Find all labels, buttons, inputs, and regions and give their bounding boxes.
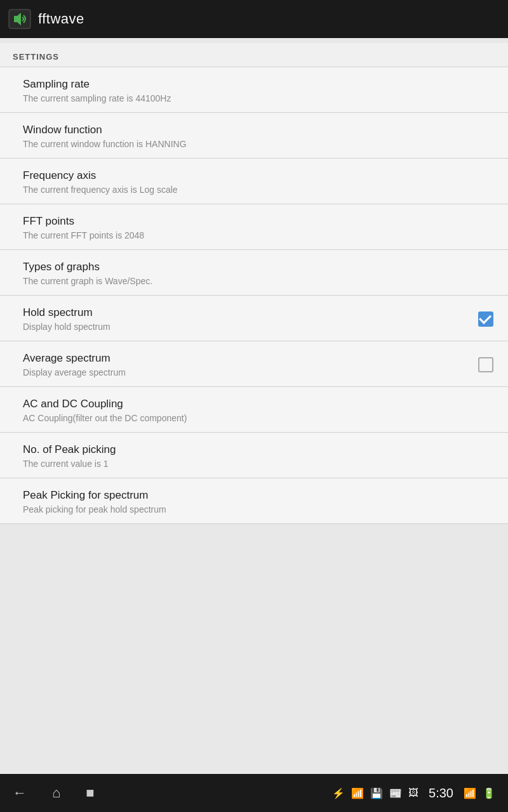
setting-subtitle-sampling-rate: The current sampling rate is 44100Hz [23,93,495,103]
news-icon: 📰 [389,787,402,799]
settings-section: SETTINGS Sampling rateThe current sampli… [0,43,508,524]
wifi-icon: 📶 [464,787,476,799]
checkbox-checked-icon [478,311,493,327]
settings-header: SETTINGS [0,43,508,67]
image-icon: 🖼 [408,787,418,799]
setting-title-window-function: Window function [23,124,495,136]
nav-left: ← ⌂ ■ [13,785,95,801]
setting-subtitle-types-of-graphs: The current graph is Wave/Spec. [23,276,495,286]
setting-item-peak-picking-no[interactable]: No. of Peak pickingThe current value is … [0,433,508,478]
setting-item-sampling-rate[interactable]: Sampling rateThe current sampling rate i… [0,67,508,113]
nav-right: ⚡ 📶 💾 📰 🖼 5:30 📶 🔋 [332,786,495,801]
checkbox-average-spectrum[interactable] [476,355,495,374]
setting-item-fft-points[interactable]: FFT pointsThe current FFT points is 2048 [0,204,508,250]
setting-subtitle-hold-spectrum: Display hold spectrum [23,322,476,332]
clock: 5:30 [429,786,453,801]
setting-item-peak-picking-spectrum[interactable]: Peak Picking for spectrumPeak picking fo… [0,478,508,524]
setting-title-frequency-axis: Frequency axis [23,169,495,182]
setting-title-average-spectrum: Average spectrum [23,352,476,365]
settings-list: Sampling rateThe current sampling rate i… [0,67,508,524]
setting-title-fft-points: FFT points [23,215,495,228]
bottom-bar: ← ⌂ ■ ⚡ 📶 💾 📰 🖼 5:30 📶 🔋 [0,774,508,812]
setting-title-ac-dc-coupling: AC and DC Coupling [23,398,495,410]
sim-icon: 📶 [351,787,364,799]
setting-title-peak-picking-spectrum: Peak Picking for spectrum [23,489,495,502]
setting-item-ac-dc-coupling[interactable]: AC and DC CouplingAC Coupling(filter out… [0,387,508,433]
setting-subtitle-window-function: The current window function is HANNING [23,139,495,149]
back-button[interactable]: ← [13,785,27,801]
app-title: fftwave [38,11,84,27]
setting-subtitle-peak-picking-spectrum: Peak picking for peak hold spectrum [23,504,495,514]
setting-item-window-function[interactable]: Window functionThe current window functi… [0,113,508,159]
main-content: SETTINGS Sampling rateThe current sampli… [0,38,508,774]
setting-item-average-spectrum[interactable]: Average spectrumDisplay average spectrum [0,341,508,387]
setting-subtitle-ac-dc-coupling: AC Coupling(filter out the DC component) [23,413,495,423]
setting-subtitle-peak-picking-no: The current value is 1 [23,459,495,469]
setting-title-types-of-graphs: Types of graphs [23,261,495,273]
setting-subtitle-fft-points: The current FFT points is 2048 [23,230,495,240]
recents-button[interactable]: ■ [86,785,94,801]
checkbox-unchecked-icon [478,357,493,372]
usb-storage-icon: 💾 [370,787,383,799]
top-bar: fftwave [0,0,508,38]
setting-subtitle-frequency-axis: The current frequency axis is Log scale [23,185,495,195]
setting-title-sampling-rate: Sampling rate [23,78,495,91]
setting-title-peak-picking-no: No. of Peak picking [23,443,495,456]
setting-item-frequency-axis[interactable]: Frequency axisThe current frequency axis… [0,159,508,204]
battery-icon: 🔋 [483,787,495,799]
checkbox-hold-spectrum[interactable] [476,310,495,329]
home-button[interactable]: ⌂ [52,785,60,801]
usb-icon: ⚡ [332,787,345,799]
setting-item-hold-spectrum[interactable]: Hold spectrumDisplay hold spectrum [0,296,508,341]
setting-title-hold-spectrum: Hold spectrum [23,306,476,319]
setting-item-types-of-graphs[interactable]: Types of graphsThe current graph is Wave… [0,250,508,296]
app-icon [8,7,32,31]
setting-subtitle-average-spectrum: Display average spectrum [23,367,476,377]
